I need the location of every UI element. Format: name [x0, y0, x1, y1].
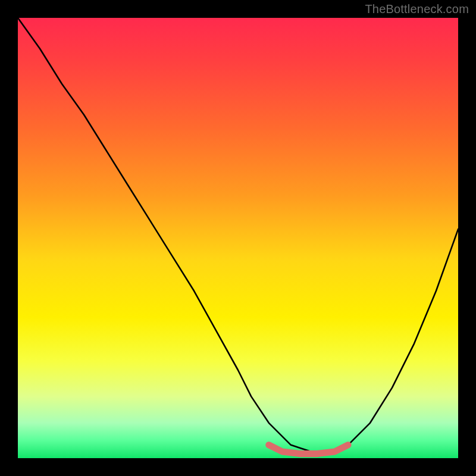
valley-highlight — [18, 18, 458, 458]
watermark-text: TheBottleneck.com — [365, 2, 469, 16]
plot-area — [18, 18, 458, 458]
chart-container: TheBottleneck.com — [0, 0, 476, 476]
